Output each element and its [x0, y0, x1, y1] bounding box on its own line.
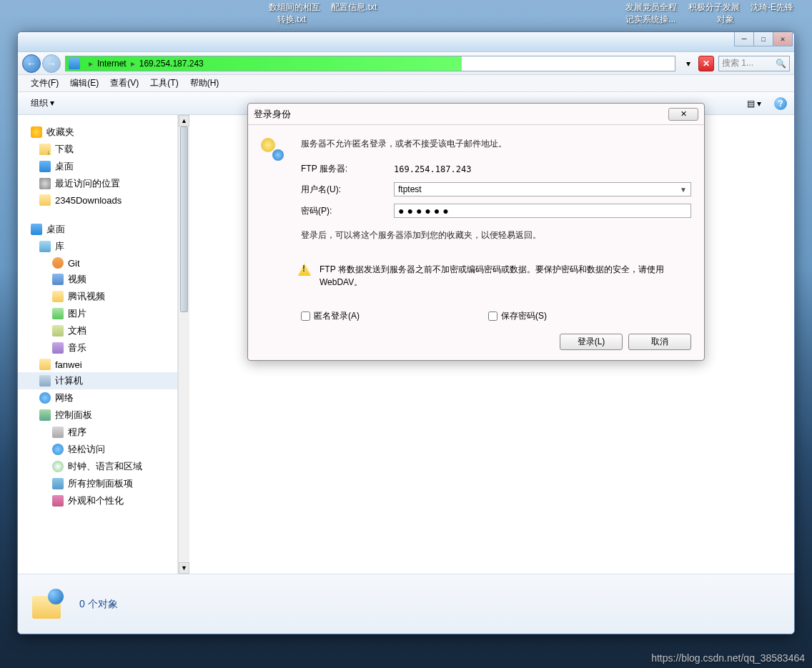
- dialog-hint: 登录后，可以将这个服务器添加到您的收藏夹，以便轻易返回。: [301, 229, 691, 241]
- library-icon: [39, 241, 51, 252]
- desktop-shortcut[interactable]: 配置信息.txt: [331, 1, 377, 14]
- sidebar-scrollbar[interactable]: ▲ ▼: [178, 115, 189, 574]
- sidebar-2345[interactable]: 2345Downloads: [18, 192, 177, 208]
- desktop-shortcut[interactable]: 记实系统操...: [625, 14, 675, 26]
- scroll-up-button[interactable]: ▲: [179, 115, 189, 126]
- login-dialog: 登录身份 ✕ 服务器不允许匿名登录，或者不接受该电子邮件地址。 FTP 服务器:…: [247, 103, 705, 361]
- sidebar-documents[interactable]: 文档: [18, 322, 177, 339]
- sidebar-appear[interactable]: 外观和个性化: [18, 492, 177, 509]
- sidebar-recent[interactable]: 最近访问的位置: [18, 175, 177, 192]
- sidebar-controlpanel[interactable]: 控制面板: [18, 407, 177, 424]
- sidebar-clock[interactable]: 时钟、语言和区域: [18, 458, 177, 475]
- folder-icon: [39, 194, 51, 206]
- all-icon: [52, 478, 64, 489]
- navigation-pane: 收藏夹 下载 桌面 最近访问的位置 2345Downloads 桌面 库 Git…: [18, 115, 178, 574]
- sidebar-desktop-root[interactable]: 桌面: [18, 221, 177, 238]
- menu-view[interactable]: 查看(V): [104, 75, 144, 91]
- forward-button[interactable]: →: [42, 54, 61, 73]
- folder-icon: [52, 291, 64, 302]
- help-icon[interactable]: ?: [774, 97, 787, 110]
- refresh-button[interactable]: ▾: [681, 56, 695, 71]
- save-password-checkbox[interactable]: 保存密码(S): [488, 310, 547, 322]
- username-label: 用户名(U):: [301, 184, 394, 196]
- address-bar[interactable]: ▸ Internet ▸ 169.254.187.243: [65, 56, 675, 71]
- sidebar-desktop[interactable]: 桌面: [18, 158, 177, 175]
- sidebar-pictures[interactable]: 图片: [18, 305, 177, 322]
- git-icon: [52, 257, 64, 269]
- navigation-bar: ← → ▸ Internet ▸ 169.254.187.243 ▾ ✕ 搜索 …: [18, 52, 794, 75]
- folder-icon: [39, 144, 51, 155]
- sidebar-user[interactable]: fanwei: [18, 357, 177, 372]
- password-label: 密码(P):: [301, 205, 394, 217]
- menu-tools[interactable]: 工具(T): [144, 75, 184, 91]
- picture-icon: [52, 308, 64, 319]
- sidebar-downloads[interactable]: 下载: [18, 141, 177, 158]
- video-icon: [52, 274, 64, 285]
- sidebar-music[interactable]: 音乐: [18, 339, 177, 357]
- scroll-thumb[interactable]: [180, 126, 188, 312]
- cancel-button[interactable]: 取消: [628, 334, 691, 350]
- server-value: 169.254.187.243: [394, 164, 471, 174]
- document-icon: [52, 325, 64, 337]
- desktop-icon: [31, 224, 42, 235]
- status-text: 0 个对象: [79, 598, 118, 611]
- desktop-shortcut[interactable]: 积极分子发展: [688, 1, 740, 14]
- star-icon: [31, 126, 42, 138]
- desktop-icon: [39, 161, 51, 172]
- statusbar: 0 个对象: [18, 574, 794, 634]
- sidebar-programs[interactable]: 程序: [18, 424, 177, 441]
- menu-edit[interactable]: 编辑(E): [64, 75, 104, 91]
- dialog-message: 服务器不允许匿名登录，或者不接受该电子邮件地址。: [301, 138, 691, 150]
- login-button[interactable]: 登录(L): [560, 334, 623, 350]
- username-input[interactable]: ftptest ▼: [394, 182, 691, 196]
- server-label: FTP 服务器:: [301, 163, 394, 175]
- desktop-shortcut[interactable]: 对象: [717, 14, 734, 26]
- menubar: 文件(F) 编辑(E) 查看(V) 工具(T) 帮助(H): [18, 75, 794, 92]
- music-icon: [52, 342, 64, 354]
- breadcrumb-root[interactable]: Internet: [97, 59, 127, 69]
- menu-help[interactable]: 帮助(H): [184, 75, 225, 91]
- maximize-button[interactable]: ☐: [753, 32, 773, 46]
- desktop-shortcut[interactable]: 数组间的相互: [269, 1, 320, 14]
- dialog-titlebar[interactable]: 登录身份 ✕: [248, 104, 704, 125]
- watermark: https://blog.csdn.net/qq_38583464: [651, 652, 805, 664]
- sidebar-libraries[interactable]: 库: [18, 238, 177, 255]
- keys-icon: [261, 138, 284, 161]
- organize-button[interactable]: 组织 ▾: [25, 95, 60, 111]
- desktop-shortcut[interactable]: 沈琦-E先锋: [751, 1, 793, 14]
- status-icon: [31, 587, 65, 622]
- view-options-button[interactable]: ▤ ▾: [741, 96, 767, 111]
- dialog-warning: FTP 将数据发送到服务器之前不加密或编码密码或数据。要保护密码和数据的安全，请…: [320, 263, 691, 289]
- stop-button[interactable]: ✕: [698, 56, 714, 71]
- sidebar-ease[interactable]: 轻松访问: [18, 441, 177, 458]
- dialog-title: 登录身份: [254, 108, 291, 121]
- minimize-button[interactable]: ─: [734, 32, 754, 46]
- back-button[interactable]: ←: [22, 54, 41, 73]
- dialog-close-button[interactable]: ✕: [668, 108, 698, 121]
- search-input[interactable]: 搜索 1... 🔍: [718, 56, 790, 71]
- location-icon: [69, 58, 80, 69]
- breadcrumb-address[interactable]: 169.254.187.243: [139, 59, 204, 69]
- chevron-down-icon[interactable]: ▼: [680, 186, 687, 194]
- search-icon: 🔍: [776, 59, 786, 69]
- recent-icon: [39, 178, 51, 189]
- scroll-down-button[interactable]: ▼: [179, 562, 189, 574]
- desktop-shortcut[interactable]: 转换.txt: [277, 14, 381, 26]
- menu-file[interactable]: 文件(F): [25, 75, 64, 91]
- close-button[interactable]: ✕: [773, 32, 793, 46]
- computer-icon: [39, 375, 51, 387]
- desktop-shortcut[interactable]: 发展党员全程: [625, 1, 677, 14]
- anonymous-checkbox[interactable]: 匿名登录(A): [301, 310, 360, 322]
- sidebar-git[interactable]: Git: [18, 255, 177, 271]
- sidebar-computer[interactable]: 计算机: [18, 372, 177, 389]
- sidebar-favorites[interactable]: 收藏夹: [18, 124, 177, 141]
- password-input[interactable]: ●●●●●●: [394, 204, 691, 218]
- user-icon: [39, 359, 51, 370]
- sidebar-network[interactable]: 网络: [18, 389, 177, 407]
- sidebar-video[interactable]: 视频: [18, 271, 177, 288]
- sidebar-tencent[interactable]: 腾讯视频: [18, 288, 177, 305]
- programs-icon: [52, 427, 64, 438]
- sidebar-all[interactable]: 所有控制面板项: [18, 475, 177, 492]
- appearance-icon: [52, 495, 64, 507]
- titlebar[interactable]: ─ ☐ ✕: [18, 32, 794, 52]
